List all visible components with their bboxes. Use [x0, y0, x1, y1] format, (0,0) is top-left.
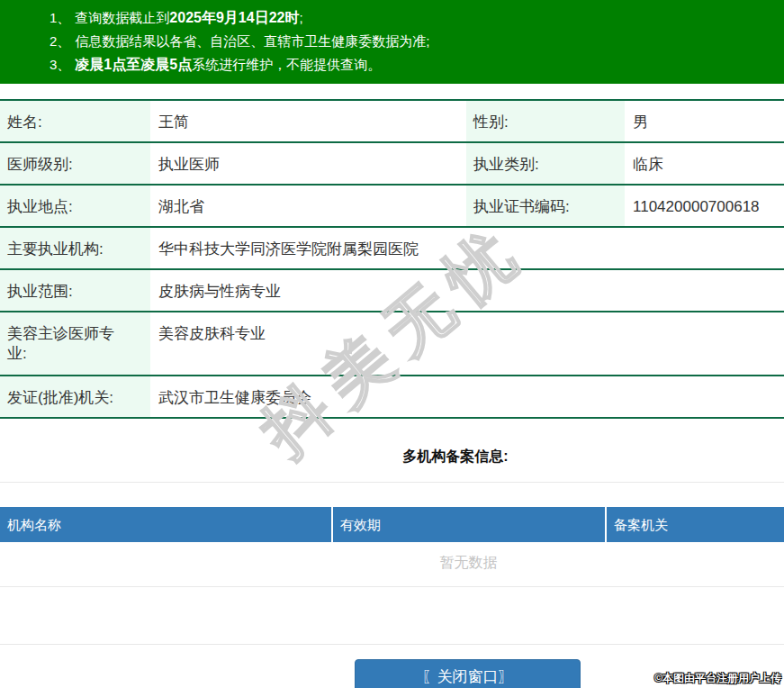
- table-row: 执业地点: 湖北省 执业证书编码: 110420000700618: [0, 186, 784, 228]
- notice-text: 信息数据结果以各省、自治区、直辖市卫生健康委数据为准;: [75, 33, 429, 49]
- field-value-main-institution: 华中科技大学同济医学院附属梨园医院: [150, 228, 784, 268]
- notice-line-3: 3、凌晨1点至凌晨5点系统进行维护，不能提供查询。: [50, 53, 775, 77]
- field-label-gender: 性别:: [466, 101, 625, 141]
- table-row: 美容主诊医师专业: 美容皮肤科专业: [0, 312, 784, 376]
- table-row: 主要执业机构: 华中科技大学同济医学院附属梨园医院: [0, 228, 784, 270]
- field-value-cosmetic-specialty: 美容皮肤科专业: [150, 312, 784, 375]
- field-label-practice-category: 执业类别:: [466, 143, 625, 184]
- field-value-practice-category: 临床: [625, 143, 784, 184]
- field-label-issuing-authority: 发证(批准)机关:: [0, 376, 150, 417]
- doctor-info-table: 姓名: 王简 性别: 男 医师级别: 执业医师 执业类别: 临床 执业地点: 湖…: [0, 99, 784, 419]
- field-label-main-institution: 主要执业机构:: [0, 228, 150, 268]
- notice-number: 2、: [50, 33, 70, 49]
- field-label-name: 姓名:: [0, 101, 150, 141]
- field-value-practice-location: 湖北省: [150, 186, 466, 226]
- notice-number: 1、: [50, 10, 70, 25]
- notice-text: ;: [299, 10, 302, 25]
- corner-watermark: ©本图由平台注册用户上传: [654, 671, 781, 686]
- notice-text: 查询数据截止到: [75, 10, 169, 25]
- field-value-gender: 男: [625, 101, 784, 141]
- notice-text-bold: 凌晨1点至凌晨5点: [75, 57, 192, 72]
- table-row: 医师级别: 执业医师 执业类别: 临床: [0, 143, 784, 186]
- field-value-name: 王简: [150, 101, 466, 141]
- notice-number: 3、: [50, 57, 70, 72]
- notice-text-bold: 2025年9月14日22时: [169, 10, 299, 25]
- field-label-cosmetic-specialty: 美容主诊医师专业:: [0, 312, 150, 375]
- table-row: 姓名: 王简 性别: 男: [0, 101, 784, 143]
- field-value-certificate-number: 110420000700618: [625, 186, 784, 226]
- notice-text: 系统进行维护，不能提供查询。: [192, 57, 381, 72]
- field-label-practice-scope: 执业范围:: [0, 270, 150, 311]
- filing-table-empty-row: 暂无数据: [0, 542, 784, 587]
- filing-section-title: 多机构备案信息:: [0, 448, 784, 466]
- field-value-practice-scope: 皮肤病与性病专业: [150, 270, 784, 311]
- field-label-doctor-level: 医师级别:: [0, 143, 150, 184]
- notice-line-2: 2、信息数据结果以各省、自治区、直辖市卫生健康委数据为准;: [50, 30, 775, 53]
- field-value-issuing-authority: 武汉市卫生健康委员会: [150, 376, 784, 417]
- notice-banner: 1、查询数据截止到2025年9月14日22时; 2、信息数据结果以各省、自治区、…: [0, 0, 784, 84]
- column-header-filing-authority: 备案机关: [607, 507, 784, 542]
- divider: [0, 644, 784, 645]
- field-value-doctor-level: 执业医师: [150, 143, 466, 184]
- table-row: 执业范围: 皮肤病与性病专业: [0, 270, 784, 312]
- field-label-certificate-number: 执业证书编码:: [466, 186, 625, 226]
- empty-data-text: 暂无数据: [440, 555, 498, 570]
- field-label-practice-location: 执业地点:: [0, 186, 150, 226]
- table-row: 发证(批准)机关: 武汉市卫生健康委员会: [0, 376, 784, 419]
- doctor-license-query-result-page: 1、查询数据截止到2025年9月14日22时; 2、信息数据结果以各省、自治区、…: [0, 0, 784, 688]
- column-header-institution-name: 机构名称: [0, 507, 331, 542]
- column-header-validity-period: 有效期: [333, 507, 605, 542]
- close-window-button[interactable]: 〖关闭窗口〗: [355, 659, 581, 688]
- filing-table-header: 机构名称 有效期 备案机关: [0, 507, 784, 542]
- notice-line-1: 1、查询数据截止到2025年9月14日22时;: [50, 6, 775, 30]
- divider: [0, 482, 784, 483]
